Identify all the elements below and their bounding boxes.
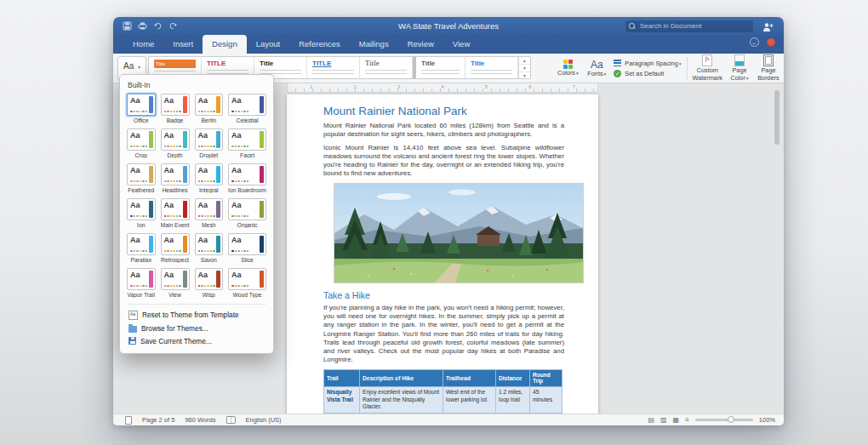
theme-item-ion[interactable]: AaIon [127,198,156,228]
theme-color-dots [198,285,215,288]
set-as-default-button[interactable]: Set as Default [614,70,681,77]
theme-item-wisp[interactable]: AaWisp [195,268,224,298]
page-borders-button[interactable]: Page Borders [757,54,780,82]
redo-icon[interactable] [168,21,178,31]
menu-action-reset-theme[interactable]: Reset to Theme from Template [127,308,266,322]
table-cell[interactable]: Nisqually Vista Trail [324,386,360,414]
menu-action-save-theme[interactable]: Save Current Theme... [127,334,266,347]
theme-item-parallax[interactable]: AaParallax [127,233,156,263]
zoom-slider[interactable] [695,419,753,421]
style-set-7[interactable]: Title [465,57,518,78]
table-cell[interactable]: West end of the lower parking lot. [443,386,496,414]
table-cell[interactable]: Enjoy excellent views of Mount Rainier a… [360,386,443,414]
vertical-scrollbar[interactable] [774,90,779,145]
ruler-number: 2 [353,83,356,91]
mount-rainier-photo[interactable] [334,183,584,283]
colors-button[interactable]: Colors [556,60,580,77]
theme-accent-band [183,201,187,218]
custom-watermark-button[interactable]: Custom Watermark [693,54,722,82]
table-header-cell[interactable]: Trail [324,369,360,386]
theme-thumbnail: Aa [161,198,190,220]
fonts-button[interactable]: Aa Fonts [585,60,608,77]
table-header-cell[interactable]: Round Trip [530,369,562,386]
theme-item-feathered[interactable]: AaFeathered [127,163,156,193]
document-paragraph[interactable]: If you're planning a day hike in the par… [323,304,564,365]
document-heading-1[interactable]: Mount Rainier National Park [323,105,564,117]
theme-item-retrospect[interactable]: AaRetrospect [161,233,190,263]
outline-view-icon[interactable]: ▦ [673,416,680,425]
table-cell[interactable]: 1.2 miles, loop trail [496,386,530,414]
table-header-cell[interactable]: Description of Hike [360,369,443,386]
language-status[interactable]: English (US) [246,416,282,424]
theme-item-droplet[interactable]: AaDroplet [195,128,224,158]
tab-mailings[interactable]: Mailings [350,35,398,54]
style-set-4[interactable]: TITLE [307,57,360,78]
tab-layout[interactable]: Layout [247,35,290,54]
theme-accent-band [149,271,153,288]
document-page[interactable]: Mount Rainier National Park Mount Rainie… [287,94,598,414]
theme-item-badge[interactable]: AaBadge [161,94,190,123]
theme-item-celestial[interactable]: AaCelestial [228,94,266,123]
theme-item-mesh[interactable]: AaMesh [195,198,224,228]
theme-color-dots [164,145,181,148]
table-cell[interactable]: 45 minutes [530,386,562,414]
gallery-scroll-up-icon[interactable]: ▴ [519,57,530,65]
theme-item-integral[interactable]: AaIntegral [195,163,224,193]
ruler[interactable]: 1234567 [287,83,598,93]
tab-references[interactable]: References [289,35,350,54]
theme-item-facet[interactable]: AaFacet [228,128,266,158]
document-paragraph[interactable]: Mount Rainier National Park located 60 m… [323,122,564,140]
style-set-5[interactable]: Title [360,57,413,78]
style-set-6[interactable]: Title [413,57,465,78]
feedback-smiley-icon[interactable] [750,37,759,47]
print-layout-view-icon[interactable]: ▤ [648,416,654,425]
document-heading-2[interactable]: Take a Hike [323,290,564,300]
draft-view-icon[interactable]: ≡ [685,416,689,425]
document-paragraph[interactable]: Iconic Mount Rainier is 14,410 feet abov… [323,144,564,179]
menu-action-browse-folder[interactable]: Browse for Themes... [127,322,266,334]
theme-thumbnail: Aa [228,233,266,255]
theme-item-wood-type[interactable]: AaWood Type [228,268,266,298]
theme-item-main-event[interactable]: AaMain Event [161,198,190,228]
paragraph-spacing-button[interactable]: Paragraph Spacing [614,60,681,67]
theme-thumbnail: Aa [127,128,156,151]
theme-item-ion-boardroom[interactable]: AaIon Boardroom [228,163,266,193]
theme-item-savon[interactable]: AaSavon [195,233,224,263]
gallery-scroll-down-icon[interactable]: ▾ [519,65,530,72]
theme-item-organic[interactable]: AaOrganic [228,198,266,228]
gallery-expand-icon[interactable]: ▾ [519,72,530,79]
theme-name: Headlines [161,187,190,193]
theme-item-crop[interactable]: AaCrop [127,128,156,158]
save-icon[interactable] [123,21,132,31]
theme-item-headlines[interactable]: AaHeadlines [161,163,190,193]
tab-home[interactable]: Home [123,35,163,54]
print-icon[interactable] [138,21,147,31]
share-icon[interactable] [762,20,774,36]
document-search[interactable] [625,20,753,32]
page-count-status[interactable]: Page 2 of 5 [142,416,174,424]
theme-accent-band [260,271,264,288]
theme-color-dots [130,250,147,253]
zoom-slider-knob[interactable] [728,416,734,423]
table-header-cell[interactable]: Trailhead [443,369,496,386]
search-input[interactable] [638,21,750,31]
tab-view[interactable]: View [443,35,479,54]
zoom-level[interactable]: 100% [759,416,775,424]
theme-item-depth[interactable]: AaDepth [161,128,190,158]
tab-insert[interactable]: Insert [163,35,203,54]
notification-badge[interactable] [767,38,775,47]
page-color-button[interactable]: Page Color [728,54,751,82]
tab-review[interactable]: Review [398,35,443,54]
spellcheck-icon[interactable] [226,416,236,424]
table-header-cell[interactable]: Distance [496,369,530,386]
theme-item-berlin[interactable]: AaBerlin [195,94,224,123]
theme-item-slice[interactable]: AaSlice [228,233,266,263]
undo-icon[interactable] [153,21,163,31]
theme-item-office[interactable]: AaOffice [127,94,156,123]
theme-accent-band [149,166,153,183]
web-layout-view-icon[interactable]: ▥ [660,416,667,425]
theme-item-vapor-trail[interactable]: AaVapor Trail [127,268,156,298]
tab-design[interactable]: Design [203,35,247,54]
theme-item-view[interactable]: AaView [161,268,190,298]
word-count-status[interactable]: 960 Words [185,416,215,424]
